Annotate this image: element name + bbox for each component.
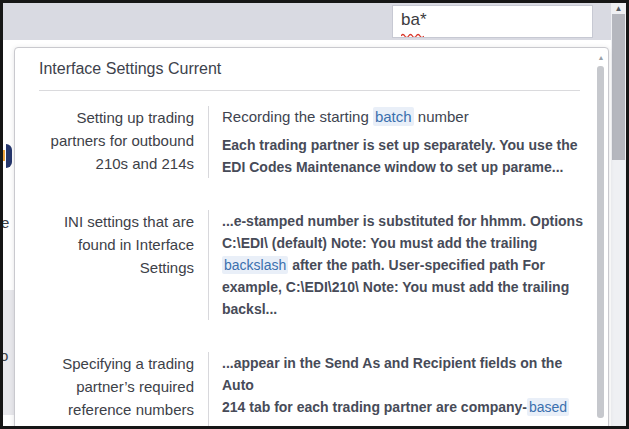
header-divider — [39, 90, 580, 91]
highlighted-term: backslash — [222, 256, 288, 274]
page-scrollbar[interactable]: ▲ — [611, 3, 626, 426]
page-scrollbar-thumb[interactable] — [612, 14, 625, 160]
results-scrollbar-thumb[interactable] — [597, 66, 604, 418]
screenshot-frame: e o ba* ▲ Interface Settings Current Set… — [0, 0, 629, 429]
result-snippet: Recording the starting batch number Each… — [208, 106, 608, 178]
heading-text: number — [414, 108, 469, 125]
snippet-body: ...e-stamped number is substituted for h… — [222, 210, 584, 320]
result-row[interactable]: Specifying a trading partner’s required … — [15, 342, 608, 429]
snippet-heading: Recording the starting batch number — [222, 106, 584, 128]
results-list: Setting up trading partners for outbound… — [15, 96, 608, 429]
search-results-panel: Interface Settings Current Setting up tr… — [14, 47, 609, 429]
result-topic: Setting up trading partners for outbound… — [15, 106, 208, 178]
snippet-text: ...appear in the Send As and Recipient f… — [222, 355, 562, 415]
highlighted-term: batch — [373, 107, 414, 126]
background-text-fragment: e — [1, 214, 9, 231]
results-header: Interface Settings Current — [39, 58, 584, 79]
logo-glyph-fragment — [6, 144, 12, 168]
spellcheck-squiggle — [401, 33, 424, 37]
results-scroll-up-arrow-icon[interactable]: ▲ — [597, 54, 605, 61]
snippet-text: or Bill To-based. Go to Interface Settin… — [222, 421, 583, 429]
result-snippet: ...e-stamped number is substituted for h… — [208, 210, 608, 320]
background-block-fragment: o — [3, 290, 14, 415]
highlighted-term: based — [527, 398, 569, 416]
background-text-fragment: o — [0, 347, 8, 364]
result-row[interactable]: Setting up trading partners for outbound… — [15, 96, 608, 188]
heading-text: Recording the starting — [222, 108, 373, 125]
result-row[interactable]: INI settings that are found in Interface… — [15, 200, 608, 330]
snippet-text: ...e-stamped number is substituted for h… — [222, 213, 583, 251]
search-input[interactable]: ba* — [392, 5, 593, 38]
snippet-body: Each trading partner is set up separatel… — [222, 134, 584, 178]
logo-orange-sliver — [3, 150, 5, 161]
result-topic: Specifying a trading partner’s required … — [15, 352, 208, 429]
search-query-text: ba* — [401, 10, 427, 30]
results-scrollbar[interactable]: ▲ — [597, 54, 605, 429]
result-snippet: ...appear in the Send As and Recipient f… — [208, 352, 608, 429]
scroll-up-arrow-icon[interactable]: ▲ — [611, 4, 626, 13]
snippet-body: ...appear in the Send As and Recipient f… — [222, 352, 584, 429]
top-bar: ba* — [3, 3, 611, 40]
background-logo-fragment — [3, 144, 13, 168]
result-topic: INI settings that are found in Interface… — [15, 210, 208, 320]
